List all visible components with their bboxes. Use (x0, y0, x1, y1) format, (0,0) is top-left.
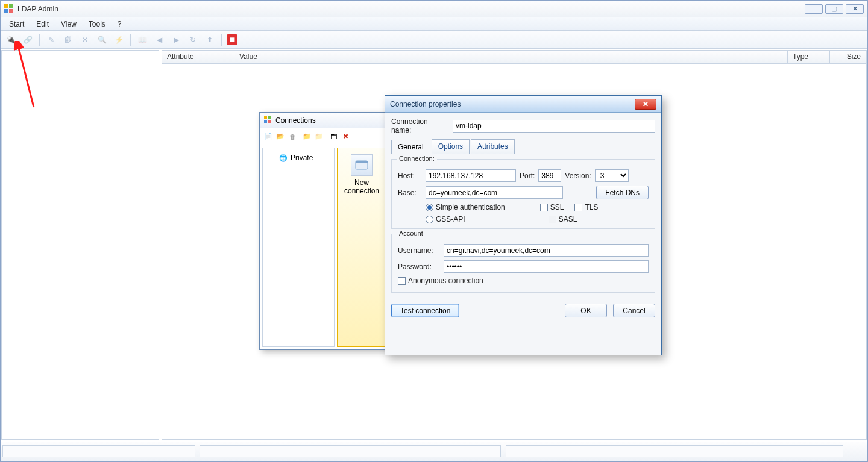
svg-rect-7 (268, 116, 271, 119)
new-connection-label2: connection (341, 187, 382, 195)
group-connection: Connection: Host: Port: Version: 3 Base:… (391, 159, 655, 229)
menu-view[interactable]: View (56, 19, 81, 30)
checkbox-anonymous[interactable]: Anonymous connection (398, 276, 483, 285)
props-titlebar: Connection properties ✕ (385, 96, 661, 113)
password-input[interactable] (444, 260, 649, 273)
menu-start[interactable]: Start (4, 19, 29, 30)
checkbox-tls[interactable]: TLS (574, 203, 598, 211)
list-header: Attribute Value Type Size (162, 51, 866, 64)
connections-titlebar: Connections (260, 113, 389, 128)
conn-name-row: Connection name: (391, 117, 655, 134)
column-type[interactable]: Type (788, 51, 830, 63)
svg-rect-1 (9, 4, 13, 8)
connections-listview[interactable]: New connection (337, 148, 386, 347)
new-connection-icon (351, 154, 373, 176)
menu-help[interactable]: ? (113, 19, 127, 30)
toolbar-disconnect-icon[interactable]: 🔗 (21, 33, 34, 46)
connections-title-icon (263, 116, 273, 125)
version-label: Version: (565, 172, 591, 180)
props-tabs: General Options Attributes (391, 139, 655, 154)
checkbox-icon (549, 216, 556, 223)
svg-rect-2 (4, 9, 8, 13)
ok-button[interactable]: OK (565, 304, 607, 317)
toolbar-book-icon[interactable]: 📖 (136, 33, 149, 46)
props-close-button[interactable]: ✕ (635, 99, 656, 110)
fetch-dns-button[interactable]: Fetch DNs (596, 186, 649, 199)
separator (130, 34, 131, 46)
conn-tb-remove-icon[interactable]: ✖ (341, 132, 350, 142)
username-input[interactable] (444, 244, 649, 257)
toolbar-forward-icon[interactable]: ▶ (169, 33, 183, 46)
checkbox-ssl[interactable]: SSL (540, 203, 564, 211)
toolbar-connect-icon[interactable]: 🔌 (4, 33, 17, 46)
conn-tb-props-icon[interactable]: 🗔 (329, 132, 338, 142)
status-segment-1 (2, 445, 195, 457)
connections-toolbar: 📄 📂 🗑 📁 📁 🗔 ✖ (260, 128, 389, 145)
conn-tb-delete-icon[interactable]: 🗑 (288, 132, 297, 142)
group-account-legend: Account (397, 229, 426, 237)
private-store-icon: 🌐 (278, 153, 288, 163)
checkbox-icon (574, 204, 582, 211)
toolbar-refresh-icon[interactable]: ↻ (186, 33, 200, 46)
radio-simple-auth[interactable]: Simple authentication (426, 203, 505, 211)
new-connection-label1: New (341, 178, 382, 187)
tab-options[interactable]: Options (432, 139, 470, 154)
menu-edit[interactable]: Edit (31, 19, 54, 30)
tab-attributes[interactable]: Attributes (471, 139, 515, 154)
column-value[interactable]: Value (234, 51, 788, 63)
column-size[interactable]: Size (830, 51, 866, 63)
checkbox-icon (540, 204, 548, 211)
props-footer: Test connection OK Cancel (385, 298, 661, 323)
svg-rect-0 (4, 4, 8, 8)
radio-simple-auth-label: Simple authentication (436, 203, 505, 211)
main-titlebar: LDAP Admin — ▢ ✕ (1, 1, 867, 17)
toolbar-stop-icon[interactable]: ◼ (227, 34, 237, 45)
connections-title: Connections (275, 116, 316, 125)
toolbar-copy-icon[interactable]: 🗐 (61, 33, 75, 46)
cancel-button[interactable]: Cancel (613, 304, 655, 317)
version-select[interactable]: 3 (595, 169, 629, 182)
app-title: LDAP Admin (17, 5, 58, 13)
connections-tree[interactable]: 🌐 Private (262, 148, 335, 347)
app-icon (4, 4, 14, 14)
checkbox-sasl: SASL (549, 215, 577, 223)
toolbar-delete-icon[interactable]: ✕ (78, 33, 92, 46)
tree-item-private[interactable]: 🌐 Private (265, 152, 332, 164)
port-label: Port: (520, 172, 535, 180)
toolbar-export-icon[interactable]: ⬆ (203, 33, 216, 46)
toolbar-search-icon[interactable]: 🔍 (95, 33, 108, 46)
toolbar-edit-icon[interactable]: ✎ (45, 33, 58, 46)
conn-name-input[interactable] (453, 120, 655, 133)
username-label: Username: (398, 246, 440, 255)
minimize-button[interactable]: — (805, 4, 823, 14)
conn-tb-folder-icon[interactable]: 📁 (302, 132, 312, 142)
test-connection-button[interactable]: Test connection (391, 304, 459, 317)
tab-general[interactable]: General (391, 140, 430, 154)
separator (221, 34, 222, 46)
host-input[interactable] (426, 169, 516, 182)
status-segment-2 (200, 445, 501, 457)
svg-rect-6 (264, 116, 267, 119)
status-segment-3 (506, 445, 843, 457)
checkbox-tls-label: TLS (585, 203, 598, 211)
port-input[interactable] (538, 169, 561, 182)
conn-tb-new-icon[interactable]: 📄 (263, 132, 273, 142)
radio-icon (426, 204, 433, 211)
menu-tools[interactable]: Tools (84, 19, 110, 30)
column-attribute[interactable]: Attribute (162, 51, 234, 63)
connection-properties-dialog: Connection properties ✕ Connection name:… (385, 95, 662, 355)
radio-gss-api[interactable]: GSS-API (426, 215, 465, 223)
svg-rect-9 (268, 120, 271, 123)
conn-tb-folder2-icon[interactable]: 📁 (314, 132, 324, 142)
base-input[interactable] (426, 186, 563, 199)
conn-tb-open-icon[interactable]: 📂 (275, 132, 285, 142)
checkbox-icon (398, 277, 406, 285)
close-button[interactable]: ✕ (846, 4, 864, 14)
new-connection-item[interactable]: New connection (341, 154, 382, 195)
separator (39, 34, 40, 46)
maximize-button[interactable]: ▢ (825, 4, 843, 14)
props-title: Connection properties (390, 100, 461, 108)
tree-pane[interactable] (1, 50, 159, 440)
toolbar-bolt-icon[interactable]: ⚡ (112, 33, 125, 46)
toolbar-back-icon[interactable]: ◀ (153, 33, 166, 46)
